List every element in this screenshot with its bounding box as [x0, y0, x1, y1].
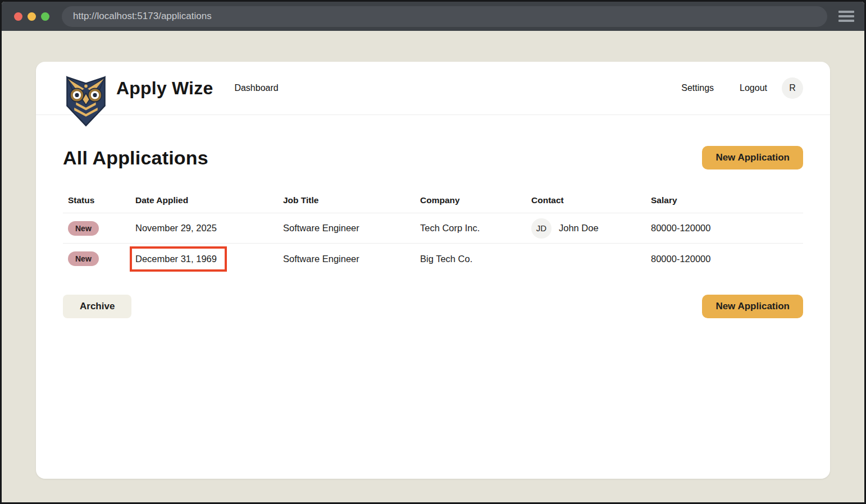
column-header-company: Company: [420, 195, 531, 205]
settings-link[interactable]: Settings: [681, 83, 714, 93]
address-bar[interactable]: http://localhost:5173/applications: [62, 6, 827, 27]
address-bar-url: http://localhost:5173/applications: [73, 11, 212, 22]
column-header-date-applied: Date Applied: [135, 195, 283, 205]
status-badge: New: [68, 221, 99, 236]
column-header-salary: Salary: [651, 195, 803, 205]
contact-name: John Doe: [559, 223, 599, 233]
logout-link[interactable]: Logout: [740, 83, 767, 93]
salary-cell: 80000-120000: [651, 254, 803, 264]
user-avatar[interactable]: R: [782, 77, 803, 99]
status-badge: New: [68, 251, 99, 266]
new-application-button-bottom[interactable]: New Application: [702, 295, 803, 318]
app-body: All Applications New Application Status …: [36, 146, 830, 318]
nav-dashboard-link[interactable]: Dashboard: [234, 83, 278, 93]
column-header-contact: Contact: [531, 195, 651, 205]
browser-window: http://localhost:5173/applications: [0, 0, 866, 504]
archive-button[interactable]: Archive: [63, 295, 131, 318]
app-card: Apply Wize Dashboard Settings Logout R A…: [36, 62, 830, 479]
column-header-job-title: Job Title: [283, 195, 420, 205]
column-header-status: Status: [63, 195, 135, 205]
job-title-cell: Software Engineer: [283, 254, 420, 264]
date-applied-cell: December 31, 1969: [135, 246, 283, 272]
browser-chrome: http://localhost:5173/applications: [2, 2, 864, 31]
minimize-window-icon[interactable]: [28, 12, 36, 21]
contact-avatar: JD: [531, 218, 551, 239]
date-applied-cell: November 29, 2025: [135, 223, 283, 233]
app-header: Apply Wize Dashboard Settings Logout R: [36, 62, 830, 115]
salary-cell: 80000-120000: [651, 223, 803, 233]
window-controls: [14, 12, 49, 21]
applications-table: Status Date Applied Job Title Company Co…: [63, 187, 803, 274]
table-row[interactable]: New November 29, 2025 Software Engineer …: [63, 213, 803, 244]
page-background: Apply Wize Dashboard Settings Logout R A…: [2, 31, 864, 502]
hamburger-menu-icon[interactable]: [836, 8, 856, 24]
new-application-button-top[interactable]: New Application: [702, 146, 803, 169]
table-header-row: Status Date Applied Job Title Company Co…: [63, 187, 803, 213]
brand-title: Apply Wize: [116, 78, 213, 99]
close-window-icon[interactable]: [14, 12, 22, 21]
owl-logo-icon: [63, 74, 108, 127]
company-cell: Tech Corp Inc.: [420, 223, 531, 233]
highlight-rectangle: December 31, 1969: [130, 246, 227, 272]
page-title: All Applications: [63, 147, 208, 169]
company-cell: Big Tech Co.: [420, 254, 531, 264]
job-title-cell: Software Engineer: [283, 223, 420, 233]
contact-cell: JD John Doe: [531, 218, 651, 239]
maximize-window-icon[interactable]: [41, 12, 49, 21]
table-row[interactable]: New December 31, 1969 Software Engineer …: [63, 244, 803, 274]
